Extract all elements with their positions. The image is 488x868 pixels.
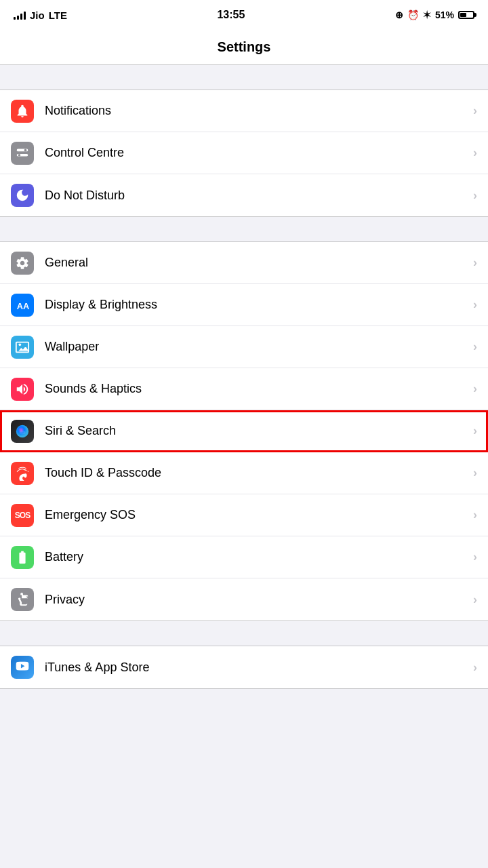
settings-item-emergency[interactable]: SOS Emergency SOS › — [0, 494, 488, 536]
network-label: LTE — [49, 9, 67, 21]
itunes-icon — [11, 656, 34, 679]
settings-item-do-not-disturb[interactable]: Do Not Disturb › — [0, 174, 488, 216]
svg-point-5 — [19, 343, 22, 346]
settings-item-battery[interactable]: Battery › — [0, 536, 488, 578]
sounds-icon — [11, 378, 34, 401]
sounds-svg — [15, 382, 30, 397]
carrier-label: Jio — [30, 9, 45, 21]
itunes-svg — [15, 660, 30, 675]
battery-svg — [15, 550, 30, 565]
alarm-icon: ⏰ — [407, 9, 419, 20]
privacy-icon — [11, 588, 34, 611]
svg-text:AA: AA — [17, 300, 30, 311]
bluetooth-icon: ✶ — [423, 9, 431, 20]
privacy-label: Privacy — [45, 593, 473, 607]
sounds-label: Sounds & Haptics — [45, 382, 473, 396]
section-divider-3 — [0, 621, 488, 646]
touch-id-label: Touch ID & Passcode — [45, 466, 473, 480]
siri-icon — [11, 420, 34, 443]
chevron-general: › — [473, 256, 477, 270]
gear-svg — [15, 256, 30, 271]
wallpaper-icon — [11, 336, 34, 359]
do-not-disturb-icon — [11, 184, 34, 207]
settings-item-wallpaper[interactable]: Wallpaper › — [0, 326, 488, 368]
chevron-touch-id: › — [473, 466, 477, 480]
settings-item-privacy[interactable]: Privacy › — [0, 578, 488, 620]
status-bar: Jio LTE 13:55 ⊕ ⏰ ✶ 51% — [0, 0, 488, 30]
settings-item-itunes[interactable]: iTunes & App Store › — [0, 646, 488, 688]
page-title: Settings — [11, 39, 477, 55]
settings-item-notifications[interactable]: Notifications › — [0, 90, 488, 132]
section-divider-2 — [0, 217, 488, 241]
do-not-disturb-label: Do Not Disturb — [45, 189, 473, 203]
battery-label: Battery — [45, 550, 473, 564]
time-label: 13:55 — [217, 9, 245, 21]
display-svg: AA — [15, 298, 30, 313]
control-centre-icon — [11, 142, 34, 165]
settings-group-1: Notifications › Control Centre › Do Not … — [0, 90, 488, 217]
svg-point-7 — [19, 431, 25, 435]
moon-svg — [15, 188, 30, 203]
section-divider-1 — [0, 65, 488, 90]
display-icon: AA — [11, 294, 34, 317]
chevron-wallpaper: › — [473, 340, 477, 354]
svg-point-3 — [18, 153, 21, 156]
settings-item-display[interactable]: AA Display & Brightness › — [0, 284, 488, 326]
privacy-svg — [15, 592, 30, 607]
wallpaper-label: Wallpaper — [45, 340, 473, 354]
chevron-emergency: › — [473, 508, 477, 522]
svg-point-1 — [24, 149, 27, 151]
chevron-privacy: › — [473, 593, 477, 607]
settings-item-general[interactable]: General › — [0, 242, 488, 284]
itunes-label: iTunes & App Store — [45, 660, 473, 675]
emergency-icon: SOS — [11, 504, 34, 527]
general-icon — [11, 252, 34, 275]
chevron-itunes: › — [473, 660, 477, 675]
touch-id-icon — [11, 462, 34, 485]
chevron-display: › — [473, 298, 477, 312]
display-label: Display & Brightness — [45, 298, 473, 312]
chevron-siri: › — [473, 424, 477, 438]
toggle-svg — [15, 146, 30, 161]
battery-pct: 51% — [435, 9, 454, 20]
siri-label: Siri & Search — [45, 424, 473, 438]
general-label: General — [45, 256, 473, 270]
settings-group-bottom: iTunes & App Store › — [0, 646, 488, 689]
signal-icon — [14, 10, 26, 20]
battery-settings-icon — [11, 546, 34, 569]
settings-item-touch-id[interactable]: Touch ID & Passcode › — [0, 452, 488, 494]
chevron-sounds: › — [473, 382, 477, 396]
siri-svg — [15, 424, 30, 439]
emergency-label: Emergency SOS — [45, 508, 473, 522]
bell-svg — [15, 104, 30, 119]
status-right: ⊕ ⏰ ✶ 51% — [395, 9, 474, 20]
chevron-control-centre: › — [473, 146, 477, 160]
settings-item-siri[interactable]: Siri & Search › — [0, 410, 488, 452]
chevron-notifications: › — [473, 104, 477, 118]
chevron-battery: › — [473, 550, 477, 564]
status-left: Jio LTE — [14, 9, 67, 21]
notifications-label: Notifications — [45, 104, 473, 118]
settings-item-control-centre[interactable]: Control Centre › — [0, 132, 488, 174]
control-centre-label: Control Centre — [45, 146, 473, 160]
sos-text: SOS — [15, 511, 30, 520]
nav-header: Settings — [0, 30, 488, 65]
settings-item-sounds[interactable]: Sounds & Haptics › — [0, 368, 488, 410]
fingerprint-svg — [15, 466, 30, 481]
chevron-do-not-disturb: › — [473, 189, 477, 203]
settings-group-2: General › AA Display & Brightness › Wall… — [0, 241, 488, 621]
location-icon: ⊕ — [395, 9, 403, 20]
notifications-icon — [11, 100, 34, 123]
wallpaper-svg — [15, 340, 30, 355]
battery-icon — [458, 11, 474, 19]
